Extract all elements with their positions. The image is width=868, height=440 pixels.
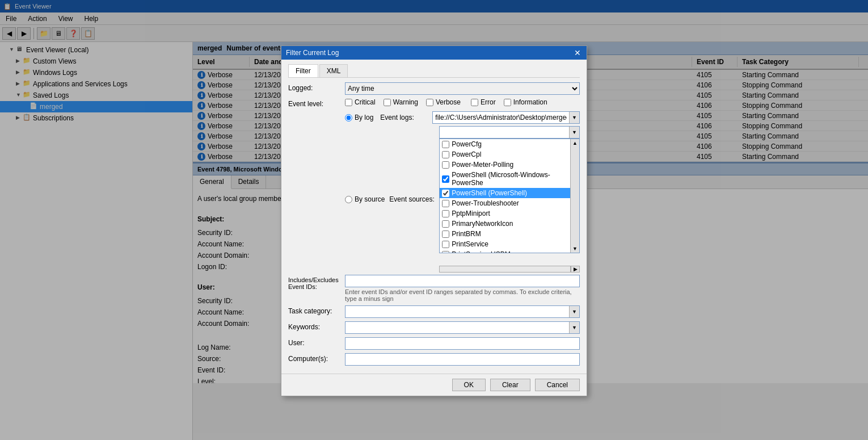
- cancel-button[interactable]: Cancel: [535, 379, 580, 391]
- sources-listbox-container: PowerCfg PowerCpl Power-Meter-Polling: [439, 139, 580, 253]
- listbox-item-8[interactable]: PrintBRM: [440, 229, 570, 239]
- listbox-item-5[interactable]: Power-Troubleshooter: [440, 198, 570, 208]
- computer-row: Computer(s): <All Computers>: [288, 353, 580, 366]
- user-filter-input[interactable]: <All Users>: [345, 337, 580, 350]
- src-check-4[interactable]: [442, 190, 449, 197]
- checkbox-critical[interactable]: Critical: [345, 98, 376, 106]
- src-label-6: PptpMiniport: [452, 209, 490, 217]
- hscroll-right[interactable]: ▶: [571, 266, 580, 273]
- keywords-input-container: ▼: [345, 321, 580, 334]
- event-level-checkboxes: Critical Warning Verbose Error: [345, 98, 580, 106]
- radio-bysource-label: By source: [355, 195, 385, 203]
- clear-button[interactable]: Clear: [490, 379, 530, 391]
- src-check-5[interactable]: [442, 200, 449, 207]
- logged-row: Logged: Any time: [288, 82, 580, 95]
- src-label-2: Power-Meter-Polling: [452, 161, 513, 169]
- event-logs-input[interactable]: [433, 112, 569, 123]
- check-warning-label: Warning: [393, 98, 418, 106]
- check-critical[interactable]: [345, 99, 352, 106]
- eventid-note: Enter event IDs and/or event ID ranges s…: [345, 288, 580, 302]
- hscroll-track[interactable]: [439, 266, 571, 273]
- computer-input[interactable]: <All Computers>: [345, 353, 580, 366]
- src-label-0: PowerCfg: [452, 140, 482, 148]
- sources-dropdown-btn[interactable]: ▼: [569, 127, 579, 138]
- checkbox-warning[interactable]: Warning: [384, 98, 418, 106]
- check-information[interactable]: [504, 99, 511, 106]
- radio-bylog[interactable]: By log: [345, 114, 373, 121]
- radio-bylog-label: By log: [355, 114, 373, 121]
- dialog-tabs: Filter XML: [288, 64, 580, 78]
- event-logs-dropdown-btn[interactable]: ▼: [569, 112, 579, 123]
- taskcategory-input[interactable]: [345, 306, 569, 317]
- bysource-row: By source Event sources: ▼: [288, 126, 580, 273]
- check-error-label: Error: [481, 98, 496, 106]
- scroll-up-btn[interactable]: ▲: [571, 139, 579, 147]
- includes-label: Includes/Excludes Event IDs:: [288, 275, 345, 290]
- checkbox-information[interactable]: Information: [504, 98, 547, 106]
- check-critical-label: Critical: [355, 98, 376, 106]
- src-check-3[interactable]: [442, 175, 449, 183]
- bysource-inner: By source Event sources: ▼: [345, 126, 580, 273]
- src-check-0[interactable]: [442, 141, 449, 148]
- src-check-10[interactable]: [442, 251, 449, 253]
- event-logs-input-container: ▼: [432, 111, 580, 124]
- keywords-dropdown-btn[interactable]: ▼: [569, 322, 579, 333]
- src-label-5: Power-Troubleshooter: [452, 199, 519, 207]
- src-check-7[interactable]: [442, 220, 449, 228]
- computer-control: <All Computers>: [345, 353, 580, 366]
- check-verbose[interactable]: [426, 99, 433, 106]
- radio-bylog-input[interactable]: [345, 114, 352, 121]
- listbox-item-10[interactable]: PrintService-USBMon: [440, 249, 570, 253]
- filter-dialog-title: Filter Current Log: [286, 49, 339, 57]
- src-check-8[interactable]: [442, 231, 449, 238]
- listbox-item-0[interactable]: PowerCfg: [440, 139, 570, 149]
- keywords-control: ▼: [345, 321, 580, 334]
- filter-dialog-footer: OK Clear Cancel: [281, 374, 587, 396]
- src-check-2[interactable]: [442, 161, 449, 169]
- dialog-tab-xml[interactable]: XML: [319, 64, 348, 77]
- event-sources-label: Event sources:: [389, 195, 435, 203]
- listbox-item-1[interactable]: PowerCpl: [440, 149, 570, 160]
- taskcategory-label: Task category:: [288, 305, 345, 315]
- event-logs-label: Event logs:: [380, 114, 425, 121]
- sources-input[interactable]: [440, 127, 569, 138]
- src-label-9: PrintService: [452, 240, 488, 248]
- radio-bysource-input[interactable]: [345, 196, 352, 203]
- listbox-item-2[interactable]: Power-Meter-Polling: [440, 160, 570, 170]
- check-warning[interactable]: [384, 99, 391, 106]
- checkbox-error[interactable]: Error: [471, 98, 496, 106]
- sources-listbox: PowerCfg PowerCpl Power-Meter-Polling: [440, 139, 570, 253]
- listbox-item-9[interactable]: PrintService: [440, 239, 570, 249]
- src-check-1[interactable]: [442, 151, 449, 158]
- filter-dialog-close[interactable]: ✕: [573, 48, 582, 57]
- filter-dialog-titlebar: Filter Current Log ✕: [281, 46, 587, 60]
- check-error[interactable]: [471, 99, 478, 106]
- listbox-item-3[interactable]: PowerShell (Microsoft-Windows-PowerShe: [440, 170, 570, 188]
- listbox-scrollbar-right[interactable]: ▲ ▼: [570, 139, 579, 253]
- listbox-item-6[interactable]: PptpMiniport: [440, 208, 570, 219]
- eventids-input[interactable]: [345, 275, 580, 287]
- taskcategory-dropdown-btn[interactable]: ▼: [569, 306, 579, 317]
- radio-bysource[interactable]: By source: [345, 195, 385, 203]
- radio-label: [288, 117, 345, 119]
- listbox-item-7[interactable]: PrimaryNetworkIcon: [440, 219, 570, 229]
- listbox-item-4[interactable]: PowerShell (PowerShell): [440, 188, 570, 198]
- src-check-6[interactable]: [442, 210, 449, 217]
- ok-button[interactable]: OK: [452, 379, 486, 391]
- src-check-9[interactable]: [442, 241, 449, 248]
- listbox-hscroll: ▶: [439, 266, 580, 273]
- keywords-input[interactable]: [345, 322, 569, 333]
- user-row: User: <All Users>: [288, 337, 580, 350]
- sources-dropdown-outer: ▼ PowerCfg: [439, 126, 580, 273]
- filter-dialog: Filter Current Log ✕ Filter XML Logged: …: [281, 45, 587, 396]
- event-level-row: Event level: Critical Warning Verbose: [288, 98, 580, 108]
- dialog-tab-filter[interactable]: Filter: [288, 64, 318, 77]
- radio-eventlogs-row: By log Event logs: ▼: [288, 111, 580, 124]
- radio-group: By log Event logs: ▼: [345, 111, 580, 124]
- taskcategory-row: Task category: ▼: [288, 305, 580, 318]
- logged-select[interactable]: Any time: [345, 82, 580, 95]
- sources-input-container: ▼: [439, 126, 580, 139]
- src-label-8: PrintBRM: [452, 230, 481, 238]
- scroll-down-btn[interactable]: ▼: [571, 245, 579, 253]
- checkbox-verbose[interactable]: Verbose: [426, 98, 461, 106]
